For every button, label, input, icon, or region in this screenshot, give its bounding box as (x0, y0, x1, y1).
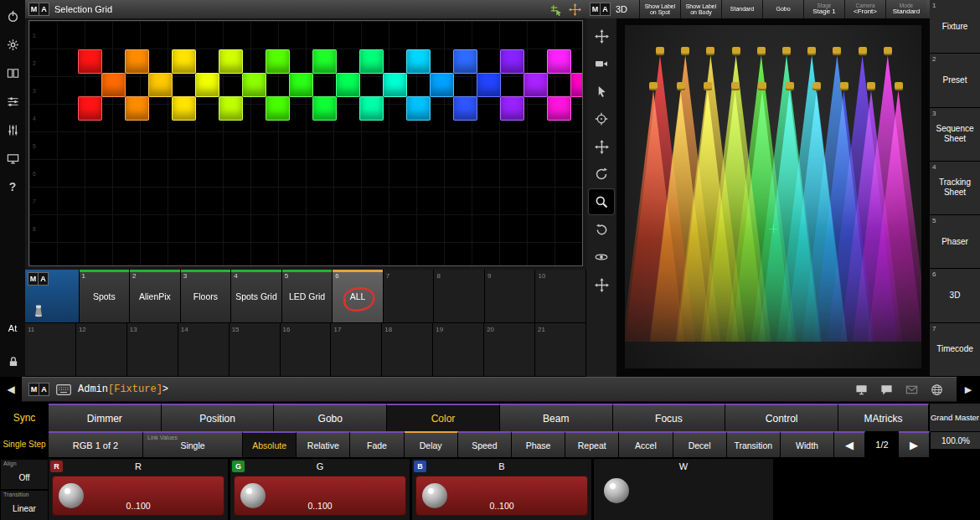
fixture-body[interactable] (704, 82, 712, 89)
pan-icon[interactable] (589, 23, 614, 49)
fixture-body[interactable] (782, 47, 791, 54)
group-tile-empty[interactable]: 18 (382, 323, 433, 377)
v3d-header-button-3[interactable]: Standard (721, 0, 762, 18)
group-tile-empty[interactable]: 21 (535, 323, 586, 377)
group-tile-empty[interactable]: 9 (485, 270, 536, 323)
transition-button[interactable]: Transition Linear (0, 490, 49, 520)
translate-icon[interactable] (589, 272, 614, 297)
mixer-icon[interactable] (2, 90, 23, 112)
chat-icon[interactable] (880, 384, 893, 396)
v3d-header-button-5[interactable]: StageStage 1 (803, 0, 844, 18)
fixture-body[interactable] (807, 47, 816, 54)
fixture-cell[interactable] (359, 49, 384, 74)
sync-label[interactable]: Sync (0, 404, 49, 431)
group-tile-empty[interactable]: 17 (331, 323, 382, 377)
play-icon[interactable]: ▶ (957, 377, 980, 402)
orbit-icon[interactable] (589, 245, 614, 270)
mode-button-absolute[interactable]: Absolute (243, 431, 297, 457)
filter-icon[interactable] (2, 119, 23, 141)
fixture-cell[interactable] (500, 96, 524, 121)
group-tile-empty[interactable]: 12 (76, 323, 127, 377)
stage-3d[interactable] (625, 25, 921, 368)
fixture-cell[interactable] (406, 49, 431, 74)
fixture-cell[interactable] (148, 73, 173, 97)
power-icon[interactable] (2, 5, 23, 27)
group-tile-empty[interactable]: 14 (178, 323, 230, 377)
group-tile-empty[interactable]: 8 (434, 270, 485, 323)
globe-icon[interactable] (931, 384, 943, 396)
fixture-cell[interactable] (359, 96, 384, 121)
view-button-timecode[interactable]: 7Timecode (930, 323, 980, 377)
group-tile-empty[interactable]: 19 (433, 323, 484, 377)
lock-icon[interactable] (7, 355, 19, 368)
fixture-body[interactable] (833, 47, 841, 54)
fixture-cell[interactable] (125, 96, 149, 121)
grand-master-button[interactable]: Grand Master (929, 404, 980, 431)
fixture-body[interactable] (732, 47, 740, 54)
tab-position[interactable]: Position (162, 404, 275, 431)
center-icon[interactable] (589, 106, 614, 131)
encoder-bar[interactable]: 0..100 (234, 476, 406, 516)
tab-dimmer[interactable]: Dimmer (49, 404, 162, 431)
fixture-body[interactable] (731, 82, 740, 89)
settings-icon[interactable] (2, 33, 23, 55)
group-tile-all[interactable]: 6ALL (333, 270, 384, 323)
view-button-phaser[interactable]: 5Phaser (930, 215, 980, 269)
fixture-cell[interactable] (219, 96, 243, 121)
fixture-cell[interactable] (500, 49, 524, 74)
view-button-tracking-sheet[interactable]: 4Tracking Sheet (930, 162, 980, 215)
command-line[interactable]: MA Admin[Fixture]> (22, 377, 957, 402)
keyboard-icon[interactable] (56, 384, 71, 395)
encoder-page-prev-button[interactable]: ◀ (834, 431, 865, 457)
group-tile-spots[interactable]: 1Spots (80, 270, 131, 323)
fixture-cell[interactable] (406, 96, 431, 121)
fixture-body[interactable] (681, 47, 689, 54)
fixture-cell[interactable] (101, 73, 126, 97)
mode-button-phase[interactable]: Phase (512, 431, 565, 457)
group-tile-empty[interactable]: 16 (281, 323, 332, 377)
mail-icon[interactable] (905, 384, 918, 396)
fixture-cell[interactable] (312, 96, 337, 121)
link-values-button[interactable]: Link Values Single (143, 431, 243, 457)
pointer-icon[interactable] (589, 79, 614, 104)
fixture-body[interactable] (758, 82, 766, 89)
fixture-cell[interactable] (453, 49, 477, 74)
fixture-cell[interactable] (219, 49, 243, 74)
view-button-preset[interactable]: 2Preset (930, 54, 980, 107)
at-label[interactable]: At (0, 323, 25, 333)
group-tile-empty[interactable]: 13 (127, 323, 178, 377)
fixture-cell[interactable] (477, 73, 501, 97)
fixture-cell[interactable] (172, 49, 196, 74)
fixture-body[interactable] (757, 47, 766, 54)
group-tile-led-grid[interactable]: 5LED Grid (282, 270, 333, 323)
fixture-cell[interactable] (430, 73, 454, 97)
windows-icon[interactable] (2, 62, 23, 84)
fixture-body[interactable] (884, 47, 892, 54)
view-button-3d[interactable]: 63D (930, 269, 980, 322)
fixture-body[interactable] (859, 47, 867, 54)
move-icon[interactable] (589, 134, 614, 159)
tab-gobo[interactable]: Gobo (274, 404, 387, 431)
group-tile-empty[interactable]: 7 (384, 270, 435, 323)
fixture-cell[interactable] (547, 96, 571, 121)
group-tile-spots-grid[interactable]: 4Spots Grid (231, 270, 282, 323)
fixture-cell[interactable] (453, 96, 477, 121)
tab-beam[interactable]: Beam (500, 404, 613, 431)
encoder-page-next-button[interactable]: ▶ (899, 431, 930, 457)
v3d-header-button-4[interactable]: Gobo (762, 0, 803, 18)
fixture-cell[interactable] (78, 96, 102, 121)
mode-button-delay[interactable]: Delay (405, 431, 458, 457)
fixture-body[interactable] (867, 82, 875, 89)
rotate-ccw-icon[interactable] (589, 162, 614, 187)
fixture-cell[interactable] (242, 73, 266, 97)
fixture-cell[interactable] (125, 49, 149, 74)
align-button[interactable]: Align Off (0, 459, 49, 490)
mode-button-accel[interactable]: Accel (619, 431, 673, 457)
selection-grid-canvas[interactable]: 12345678 (28, 20, 583, 266)
mode-button-width[interactable]: Width (781, 431, 834, 457)
fixture-cell[interactable] (336, 73, 360, 97)
grid-snap-icon[interactable] (549, 3, 562, 16)
view-button-sequence-sheet[interactable]: 3Sequence Sheet (930, 108, 980, 162)
rotate-cw-icon[interactable] (589, 217, 614, 242)
fixture-body[interactable] (895, 82, 903, 89)
